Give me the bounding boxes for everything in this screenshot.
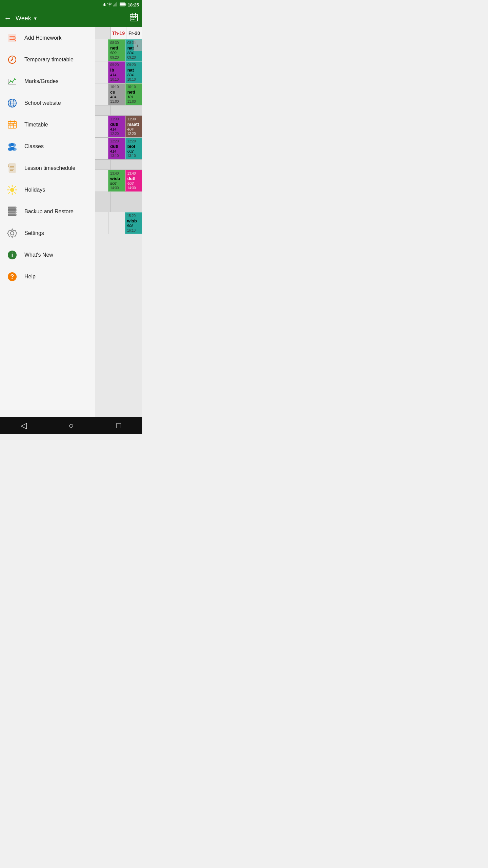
top-bar: ← Week ▼ bbox=[0, 9, 142, 27]
main-area: Th-19 Fr-20 › 08:30 netl 509 09:20 08:30… bbox=[0, 27, 142, 417]
drawer-label-timetable: Timetable bbox=[24, 122, 48, 128]
svg-rect-15 bbox=[134, 19, 135, 20]
backup-icon bbox=[6, 205, 18, 218]
svg-text:i: i bbox=[11, 252, 13, 258]
drawer-item-holidays[interactable]: Holidays bbox=[0, 179, 95, 201]
block-thu-0830: 08:30 netl 509 09:20 bbox=[108, 39, 125, 61]
nav-bar: ◁ ○ □ bbox=[0, 417, 142, 434]
status-bar: ✱ 18:25 bbox=[0, 0, 142, 9]
svg-point-71 bbox=[11, 232, 14, 235]
drawer-item-add-homework[interactable]: Add Homework bbox=[0, 27, 95, 49]
week-dropdown[interactable]: Week ▼ bbox=[16, 15, 38, 22]
block-thu-1340: 13:40 wisb 506 14:30 bbox=[108, 170, 125, 192]
drawer-item-lesson-timeschedule[interactable]: Lesson timeschedule bbox=[0, 157, 95, 179]
battery-icon bbox=[120, 2, 126, 7]
bluetooth-icon: ✱ bbox=[103, 2, 106, 7]
help-icon: ? bbox=[6, 271, 18, 283]
drawer-label-add-homework: Add Homework bbox=[24, 35, 61, 41]
drawer-item-marks-grades[interactable]: Marks/Grades bbox=[0, 71, 95, 92]
svg-point-26 bbox=[14, 78, 15, 80]
svg-rect-41 bbox=[12, 124, 13, 125]
svg-point-49 bbox=[10, 147, 15, 150]
svg-line-59 bbox=[9, 186, 10, 188]
website-icon bbox=[6, 97, 18, 109]
svg-text:?: ? bbox=[11, 273, 14, 280]
drawer-label-temporary-timetable: Temporary timetable bbox=[24, 57, 74, 63]
holidays-icon bbox=[6, 184, 18, 196]
status-time: 18:25 bbox=[128, 2, 139, 7]
drawer-item-whats-new[interactable]: i What's New bbox=[0, 244, 95, 266]
homework-icon bbox=[6, 32, 18, 44]
drawer-item-school-website[interactable]: School website bbox=[0, 92, 95, 114]
svg-line-60 bbox=[15, 192, 16, 194]
col-header-fri: Fr-20 bbox=[126, 27, 142, 39]
block-thu-1130: 11:30 dutl 414 12:20 bbox=[108, 116, 125, 137]
drawer-label-help: Help bbox=[24, 274, 36, 280]
drawer-item-temporary-timetable[interactable]: Temporary timetable bbox=[0, 49, 95, 71]
timetable-icon bbox=[6, 119, 18, 131]
signal-icon bbox=[114, 2, 118, 7]
svg-line-62 bbox=[9, 192, 10, 194]
drawer-item-settings[interactable]: Settings bbox=[0, 222, 95, 244]
block-fri-0920: 09:20 nat 604 10:10 bbox=[125, 61, 142, 83]
drawer-label-school-website: School website bbox=[24, 100, 61, 106]
svg-line-61 bbox=[15, 186, 16, 188]
next-week-button[interactable]: › bbox=[134, 40, 142, 51]
wifi-icon bbox=[107, 2, 112, 7]
chevron-down-icon: ▼ bbox=[33, 16, 38, 21]
block-fri-1340: 13:40 dutl 408 14:30 bbox=[125, 170, 142, 192]
svg-rect-1 bbox=[115, 4, 115, 6]
nav-home-button[interactable]: ○ bbox=[61, 419, 81, 432]
back-button[interactable]: ← bbox=[4, 14, 12, 23]
svg-point-68 bbox=[15, 210, 16, 210]
classes-icon bbox=[6, 140, 18, 153]
svg-rect-2 bbox=[116, 3, 116, 6]
timetable-area: Th-19 Fr-20 › 08:30 netl 509 09:20 08:30… bbox=[95, 27, 142, 417]
nav-back-button[interactable]: ◁ bbox=[14, 419, 34, 432]
drawer-label-holidays: Holidays bbox=[24, 187, 45, 193]
block-fri-1130: 11:30 maatt 404 12:20 bbox=[125, 116, 142, 137]
svg-rect-12 bbox=[134, 17, 135, 18]
drawer-label-whats-new: What's New bbox=[24, 252, 53, 258]
svg-rect-0 bbox=[114, 5, 114, 6]
svg-rect-13 bbox=[135, 17, 136, 18]
drawer-item-backup-restore[interactable]: Backup and Restore bbox=[0, 201, 95, 222]
block-thu-1520 bbox=[108, 212, 125, 234]
drawer: Add Homework Temporary timetable bbox=[0, 27, 95, 417]
block-fri-1220: 12:20 biol 602 13:10 bbox=[125, 138, 142, 159]
svg-point-54 bbox=[10, 188, 14, 192]
settings-icon bbox=[6, 227, 18, 239]
svg-point-69 bbox=[15, 212, 16, 213]
drawer-label-lesson-timeschedule: Lesson timeschedule bbox=[24, 165, 75, 171]
timetable-scroll[interactable]: 08:30 netl 509 09:20 08:30 nat 604 09:20… bbox=[95, 39, 142, 417]
drawer-item-help[interactable]: ? Help bbox=[0, 266, 95, 288]
drawer-label-settings: Settings bbox=[24, 230, 44, 236]
drawer-label-classes: Classes bbox=[24, 143, 44, 150]
svg-point-23 bbox=[12, 59, 13, 60]
status-icons: ✱ 18:25 bbox=[103, 2, 139, 7]
week-label: Week bbox=[16, 15, 31, 22]
top-bar-left: ← Week ▼ bbox=[4, 14, 38, 23]
svg-rect-11 bbox=[131, 17, 133, 18]
col-header-thu: Th-19 bbox=[111, 27, 127, 39]
temp-timetable-icon bbox=[6, 54, 18, 66]
block-fri-1520: 15:20 wisb 506 16:10 bbox=[125, 212, 142, 234]
schedule-icon bbox=[6, 162, 18, 174]
block-thu-1220: 12:20 dutl 414 13:10 bbox=[108, 138, 125, 159]
drawer-item-classes[interactable]: Classes bbox=[0, 136, 95, 157]
drawer-label-marks-grades: Marks/Grades bbox=[24, 78, 58, 84]
svg-rect-6 bbox=[120, 3, 125, 6]
block-thu-0920: 09:20 ib 414 10:10 bbox=[108, 61, 125, 83]
block-thu-1010: 10:10 cu 404 11:00 bbox=[108, 83, 125, 105]
nav-recent-button[interactable]: □ bbox=[108, 419, 129, 432]
drawer-label-backup-restore: Backup and Restore bbox=[24, 209, 74, 215]
whats-new-icon: i bbox=[6, 249, 18, 261]
svg-point-70 bbox=[15, 214, 16, 215]
svg-rect-14 bbox=[131, 19, 133, 20]
svg-rect-40 bbox=[9, 124, 10, 125]
drawer-item-timetable[interactable]: Timetable bbox=[0, 114, 95, 136]
marks-icon bbox=[6, 75, 18, 87]
svg-point-46 bbox=[11, 143, 14, 146]
svg-point-34 bbox=[8, 99, 16, 107]
calendar-icon[interactable] bbox=[129, 13, 138, 24]
